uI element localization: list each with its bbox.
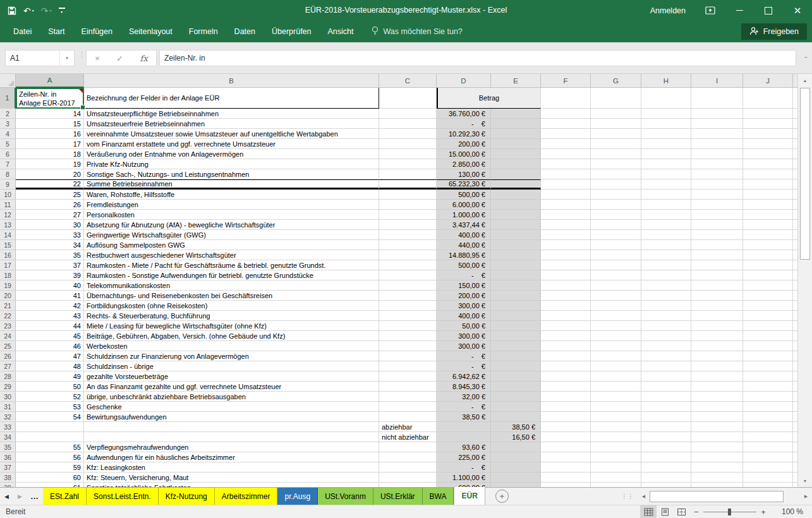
cell-empty[interactable] [591,452,641,462]
cell-empty[interactable] [743,210,793,220]
cell-empty[interactable] [591,139,641,149]
cell-description[interactable]: Umsatzsteuerfreie Betriebseinnahmen [84,119,379,129]
cell-empty[interactable] [743,280,793,291]
cell-empty[interactable] [541,452,591,462]
cell-empty[interactable] [743,230,793,240]
cell-empty[interactable] [691,190,743,200]
cell-empty[interactable] [793,351,797,361]
cell-empty[interactable] [743,321,793,331]
cell-empty[interactable] [541,402,591,412]
cell-amount[interactable]: 400,00 € [437,230,491,240]
column-header-d[interactable]: D [437,74,491,88]
cell-empty[interactable] [793,260,797,270]
cell-empty[interactable] [743,392,793,402]
cell-empty[interactable] [793,270,797,280]
row-header[interactable]: 2 [0,109,16,119]
cell-amount[interactable]: - € [437,270,491,280]
cell-line-number[interactable]: 45 [16,331,84,341]
cell-empty[interactable] [541,301,591,311]
cell-empty[interactable] [591,402,641,412]
column-header-a[interactable]: A [16,74,84,88]
row-header[interactable]: 24 [0,331,16,341]
cell-empty[interactable] [793,119,797,129]
cell-empty[interactable] [641,442,691,452]
cell-empty[interactable] [641,169,691,179]
cell-amount[interactable]: 6.000,00 € [437,200,491,210]
cell-empty[interactable] [591,220,641,230]
minimize-button[interactable] [725,0,754,21]
row-header[interactable]: 38 [0,473,16,483]
cell-empty[interactable] [641,422,691,432]
cell-amount-sub[interactable] [491,159,541,169]
cell-note[interactable] [379,321,437,331]
cell-empty[interactable] [691,260,743,270]
cell-empty[interactable] [691,220,743,230]
cell-description[interactable]: Übernachtungs- und Reisenebenkosten bei … [84,291,379,301]
column-header-e[interactable]: E [491,74,541,88]
cell-empty[interactable] [743,190,793,200]
cell-empty[interactable] [641,190,691,200]
cell-amount[interactable]: 8.945,30 € [437,382,491,392]
undo-dropdown-icon[interactable]: ▾ [32,9,34,13]
cell-empty[interactable] [743,341,793,351]
cell-amount[interactable]: 300,00 € [437,331,491,341]
cell-line-number[interactable]: 25 [16,190,84,200]
cell-empty[interactable] [793,88,797,109]
row-header[interactable]: 26 [0,351,16,361]
cell-amount-sub[interactable]: 38,50 € [491,422,541,432]
row-header[interactable]: 13 [0,220,16,230]
cell-empty[interactable] [793,240,797,250]
undo-button[interactable]: ↶▾ [23,6,34,15]
cell-empty[interactable] [743,88,793,109]
fill-handle[interactable] [80,105,85,110]
cell-amount[interactable]: 36.760,00 € [437,109,491,119]
cell-description[interactable]: Schuldzinsen - übrige [84,361,379,371]
cell-amount[interactable]: 300,00 € [437,301,491,311]
sheet-tab-bwa[interactable]: BWA [423,488,454,505]
cell-amount[interactable]: 150,00 € [437,280,491,291]
row-header[interactable]: 19 [0,280,16,291]
cell-empty[interactable] [743,311,793,321]
cell-empty[interactable] [793,331,797,341]
cell-description[interactable]: Raumkosten - Miete / Pacht für Geschäfts… [84,260,379,270]
cell-note[interactable] [379,392,437,402]
cell-amount-sub[interactable] [491,139,541,149]
hscroll-left-icon[interactable]: ◀ [638,488,650,505]
cell-empty[interactable] [591,291,641,301]
cell-empty[interactable] [793,321,797,331]
cell-empty[interactable] [743,432,793,442]
cell-empty[interactable] [793,169,797,179]
cell-empty[interactable] [793,382,797,392]
cell-empty[interactable] [641,462,691,473]
cell-amount-sub[interactable] [491,382,541,392]
cell-note[interactable] [379,351,437,361]
cell-empty[interactable] [793,230,797,240]
cell-empty[interactable] [691,230,743,240]
cell-empty[interactable] [641,341,691,351]
row-header[interactable]: 18 [0,270,16,280]
cell-empty[interactable] [743,331,793,341]
cell-empty[interactable] [743,291,793,301]
cell-empty[interactable] [793,311,797,321]
cell-note[interactable] [379,139,437,149]
cell-note[interactable] [379,473,437,483]
cell-empty[interactable] [691,341,743,351]
cell-amount-sub[interactable] [491,392,541,402]
cell-c1[interactable] [379,88,437,109]
cell-empty[interactable] [591,210,641,220]
cell-empty[interactable] [743,109,793,119]
cell-line-number[interactable]: 14 [16,109,84,119]
cell-description[interactable]: übrige, unbeschränkt abziehbare Betriebs… [84,392,379,402]
select-all-button[interactable] [0,74,16,88]
cell-empty[interactable] [691,321,743,331]
cell-amount[interactable]: 32,00 € [437,392,491,402]
cell-empty[interactable] [743,382,793,392]
cell-empty[interactable] [591,341,641,351]
ribbon-tab-datei[interactable]: Datei [5,21,40,42]
cell-amount-sub[interactable] [491,321,541,331]
cell-empty[interactable] [591,321,641,331]
cell-empty[interactable] [743,483,793,487]
row-header[interactable]: 12 [0,210,16,220]
cell-empty[interactable] [691,250,743,260]
redo-button[interactable]: ↷▾ [41,6,52,15]
